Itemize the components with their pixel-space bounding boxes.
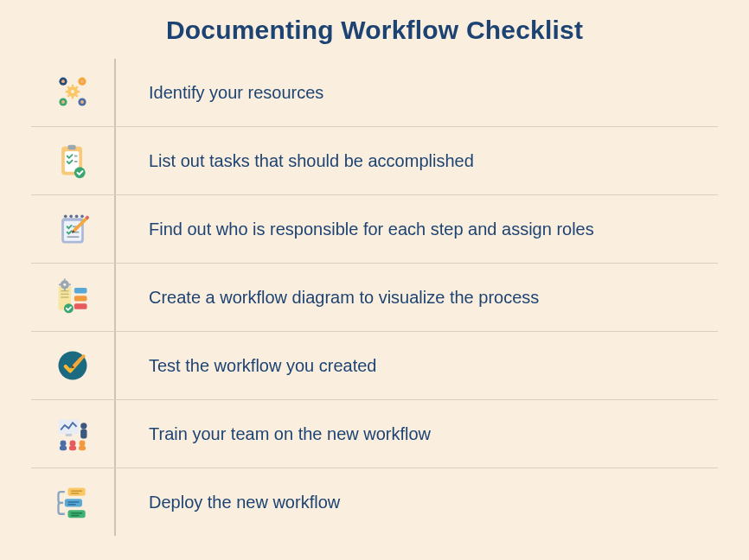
svg-point-55 [80, 423, 86, 429]
svg-point-23 [74, 167, 86, 178]
svg-point-29 [80, 215, 84, 219]
svg-rect-13 [78, 91, 80, 92]
svg-point-9 [71, 90, 74, 93]
svg-point-41 [63, 283, 66, 286]
resources-icon [31, 59, 116, 126]
list-item: Deploy the new workflow [31, 468, 718, 536]
svg-rect-66 [65, 499, 82, 506]
svg-rect-10 [72, 85, 74, 87]
svg-rect-12 [66, 91, 68, 92]
svg-point-5 [61, 100, 65, 104]
workflow-diagram-icon [31, 264, 116, 331]
deploy-icon [31, 468, 116, 536]
svg-point-61 [80, 441, 86, 447]
svg-rect-48 [74, 303, 87, 309]
svg-point-26 [64, 215, 67, 219]
checklist-list: Identify your resources List out tasks t… [31, 59, 718, 536]
svg-rect-60 [69, 446, 76, 451]
svg-point-28 [75, 215, 79, 219]
list-item: List out tasks that should be accomplish… [31, 127, 718, 195]
svg-point-59 [70, 441, 76, 447]
svg-rect-63 [68, 488, 86, 496]
list-item-text: List out tasks that should be accomplish… [116, 151, 718, 171]
svg-rect-62 [79, 446, 86, 451]
svg-rect-20 [68, 145, 76, 150]
list-item-text: Find out who is responsible for each ste… [116, 220, 718, 239]
svg-point-7 [80, 100, 84, 104]
svg-rect-56 [80, 430, 86, 439]
tasks-clipboard-icon [31, 127, 116, 194]
list-item-text: Train your team on the new workflow [116, 424, 718, 444]
svg-rect-46 [74, 288, 87, 293]
svg-point-3 [80, 80, 84, 83]
svg-rect-69 [68, 510, 86, 518]
svg-rect-47 [74, 296, 87, 301]
svg-rect-11 [72, 97, 74, 99]
svg-rect-43 [64, 289, 66, 290]
svg-rect-58 [60, 446, 67, 451]
svg-rect-54 [66, 434, 72, 436]
list-item-text: Test the workflow you created [116, 356, 718, 376]
list-item-text: Deploy the new workflow [116, 493, 718, 512]
svg-point-57 [61, 441, 67, 447]
list-item: Test the workflow you created [31, 332, 718, 400]
list-item-text: Create a workflow diagram to visualize t… [116, 288, 718, 308]
list-item-text: Identify your resources [116, 83, 718, 103]
list-item: Find out who is responsible for each ste… [31, 195, 718, 264]
test-check-icon [31, 332, 116, 399]
notepad-roles-icon [31, 195, 116, 263]
svg-point-27 [69, 215, 73, 219]
list-item: Train your team on the new workflow [31, 400, 718, 468]
svg-rect-42 [64, 278, 66, 280]
list-item: Create a workflow diagram to visualize t… [31, 264, 718, 332]
svg-rect-44 [59, 283, 61, 285]
train-team-icon [31, 400, 116, 468]
svg-point-1 [61, 80, 65, 83]
svg-rect-45 [69, 283, 71, 285]
page-title: Documenting Workflow Checklist [31, 16, 718, 45]
list-item: Identify your resources [31, 59, 718, 127]
